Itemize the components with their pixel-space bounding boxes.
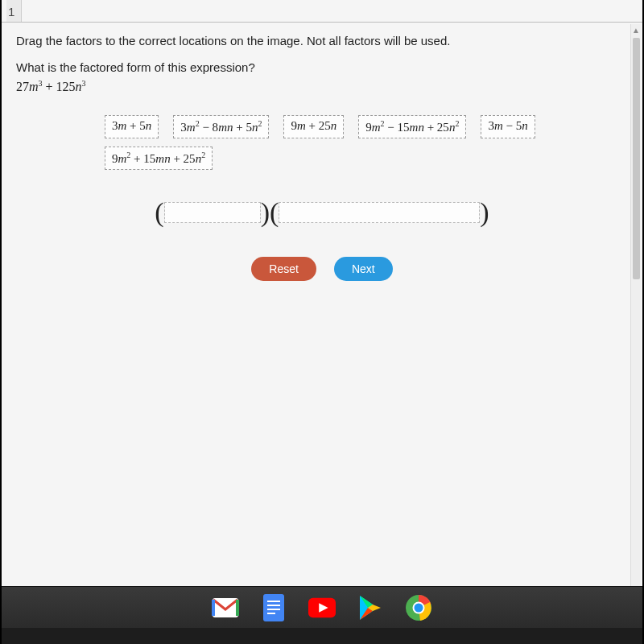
expression: 27m3 + 125n3: [16, 79, 628, 94]
question-number: 1: [6, 0, 22, 22]
factor-row-2: 9m2 + 15mn + 25n2: [105, 147, 628, 170]
youtube-icon[interactable]: [308, 594, 336, 621]
open-paren-2-icon: (: [270, 197, 279, 228]
svg-point-14: [415, 603, 423, 612]
svg-rect-2: [267, 601, 280, 602]
factor-tile-3m2-minus-8mn-plus-5n2[interactable]: 3m2 − 8mn + 5n2: [173, 115, 269, 138]
close-paren-1-icon: ): [261, 197, 270, 228]
google-play-icon[interactable]: [357, 594, 384, 621]
chrome-icon[interactable]: [405, 594, 432, 621]
factor-row-1: 3m + 5n 3m2 − 8mn + 5n2 9m + 25n 9m2 − 1…: [105, 115, 628, 138]
browser-area: 1 ▲ Drag the factors to the correct loca…: [2, 0, 642, 586]
screen-frame: 1 ▲ Drag the factors to the correct loca…: [0, 0, 644, 644]
next-button[interactable]: Next: [334, 257, 393, 281]
factor-tile-9m2-plus-15mn-plus-25n2[interactable]: 9m2 + 15mn + 25n2: [105, 147, 213, 170]
dropzone-1[interactable]: [164, 202, 261, 223]
button-row: Reset Next: [16, 257, 628, 281]
gmail-icon[interactable]: [212, 594, 239, 621]
svg-rect-3: [267, 605, 280, 606]
instruction-text: Drag the factors to the correct location…: [16, 34, 628, 47]
reset-button[interactable]: Reset: [251, 257, 316, 281]
answer-dropzone-row: ( )( ): [16, 197, 628, 228]
factor-tile-3m-plus-5n[interactable]: 3m + 5n: [105, 115, 159, 138]
close-paren-2-icon: ): [480, 197, 489, 228]
factor-tile-3m-minus-5n[interactable]: 3m − 5n: [481, 115, 535, 138]
svg-rect-1: [263, 594, 284, 621]
taskbar: [2, 586, 642, 628]
content-area: Drag the factors to the correct location…: [2, 23, 642, 586]
open-paren-1-icon: (: [155, 197, 163, 228]
svg-rect-5: [267, 613, 275, 614]
svg-rect-4: [267, 609, 280, 610]
dropzone-2[interactable]: [279, 202, 480, 223]
docs-icon[interactable]: [260, 594, 287, 621]
top-bar: 1: [2, 0, 642, 23]
bottom-bezel: [2, 628, 642, 644]
question-text: What is the factored form of this expres…: [16, 60, 628, 74]
factor-tile-9m2-minus-15mn-plus-25n2[interactable]: 9m2 − 15mn + 25n2: [358, 115, 466, 138]
factor-tile-9m-plus-25n[interactable]: 9m + 25n: [283, 115, 344, 138]
